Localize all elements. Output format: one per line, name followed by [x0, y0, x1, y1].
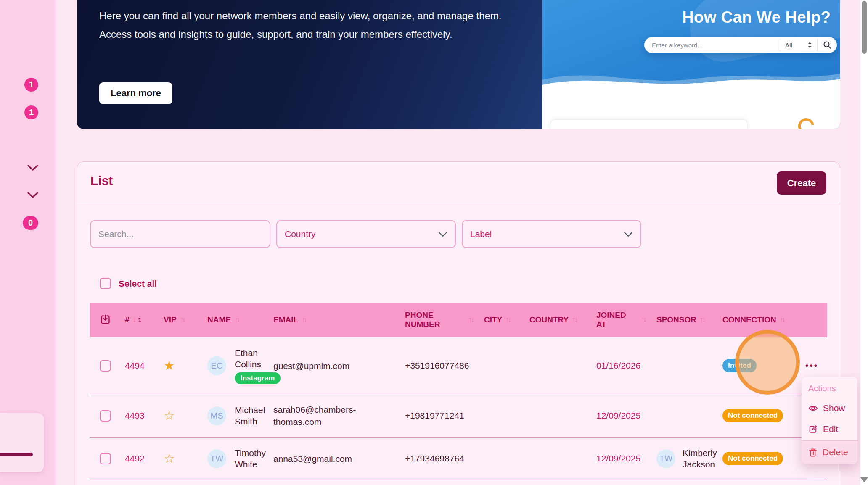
column-header-sponsor[interactable]: SPONSOR ↑↓ [651, 315, 717, 324]
scrollbar-thumb[interactable] [862, 1, 867, 54]
up-down-caret-icon [807, 42, 812, 48]
menu-item-delete[interactable]: Delete [802, 441, 857, 464]
create-button[interactable]: Create [777, 171, 826, 195]
pencil-icon [808, 424, 818, 434]
intro-banner: Here you can find all your network membe… [77, 0, 840, 129]
row-checkbox[interactable] [100, 410, 111, 422]
sidebar: 1 1 0 [0, 0, 56, 485]
vip-star-icon[interactable]: ★ [164, 358, 175, 372]
banner-text-panel: Here you can find all your network membe… [77, 0, 542, 129]
column-header-country[interactable]: COUNTRY ↑↓ [524, 315, 591, 324]
sort-arrows-icon: ↑↓ [468, 316, 473, 324]
sidebar-notification-badge[interactable]: 1 [24, 105, 38, 119]
social-label-badge: Instagram [235, 372, 281, 384]
row-checkbox[interactable] [100, 453, 111, 464]
help-scope-select[interactable]: All [780, 37, 817, 53]
column-header-email[interactable]: EMAIL ↑↓ [268, 315, 400, 324]
column-label: VIP [164, 315, 177, 324]
column-label: PHONE NUMBER [405, 311, 435, 329]
avatar: EC [207, 356, 226, 375]
row-checkbox[interactable] [100, 360, 111, 372]
scroll-down-arrow-icon[interactable] [860, 477, 868, 482]
wave-graphic [542, 63, 840, 92]
row-cell-select [90, 453, 120, 464]
export-button[interactable] [90, 314, 120, 325]
row-cell-connection: Invited [717, 359, 800, 372]
sort-arrows-icon: ↑↓ [641, 316, 646, 324]
row-cell-name: MS Michael Smith [197, 404, 268, 427]
member-phone: +17934698764 [400, 453, 479, 464]
connection-status-badge: Invited [722, 359, 757, 372]
avatar: TW [207, 449, 226, 468]
column-label: EMAIL [273, 315, 298, 324]
row-id-link[interactable]: 4493 [120, 411, 159, 421]
member-joined-at: 01/16/2026 [591, 361, 651, 371]
column-header-joined-at[interactable]: JOINED AT ↑↓ [591, 311, 651, 329]
sidebar-notification-badge[interactable]: 1 [24, 78, 38, 92]
country-filter-select[interactable]: Country [276, 220, 456, 248]
row-actions-button[interactable]: ••• [800, 364, 827, 368]
menu-item-label: Delete [823, 447, 848, 457]
member-name: Timothy White [235, 447, 268, 470]
column-header-connection[interactable]: CONNECTION ↑↓ [717, 315, 800, 324]
row-cell-select [90, 410, 120, 422]
help-keyword-input[interactable] [644, 37, 780, 53]
menu-item-show[interactable]: Show [802, 398, 857, 419]
search-field-wrapper [90, 220, 270, 248]
vip-star-icon[interactable]: ☆ [164, 451, 175, 465]
column-header-name[interactable]: NAME ↑↓ [197, 315, 268, 324]
sidebar-notification-badge[interactable]: 0 [23, 216, 38, 230]
select-all-checkbox[interactable] [100, 278, 111, 289]
table-body: 4494 ★ EC Ethan Collins Instagram guest@… [90, 337, 827, 480]
page-title: List [90, 174, 113, 188]
divider [77, 204, 840, 204]
row-cell-connection: Not connected [717, 452, 800, 465]
member-sponsor: TW Kimberly Jackson [651, 447, 717, 470]
row-cell-select [90, 360, 120, 372]
table-header: # ↓1 VIP ↑↓ NAME ↑↓ EMAIL ↑↓ PHONE NUMBE… [90, 303, 827, 337]
help-title: How Can We Help? [682, 8, 831, 26]
menu-item-edit[interactable]: Edit [802, 419, 857, 440]
row-id-link[interactable]: 4494 [120, 361, 159, 371]
actions-menu-title: Actions [802, 381, 857, 398]
sort-desc-icon: ↓ [133, 315, 137, 324]
learn-more-button[interactable]: Learn more [99, 82, 172, 104]
row-cell-connection: Not connected [717, 409, 800, 422]
sort-arrows-icon: ↑↓ [780, 316, 784, 324]
column-label: # [125, 315, 130, 324]
eye-icon [808, 403, 818, 413]
column-header-phone[interactable]: PHONE NUMBER ↑↓ [400, 311, 479, 329]
banner-line-2: Access tools and insights to guide, supp… [99, 25, 526, 44]
members-list-card: List Create Country Label Select all # [77, 161, 840, 485]
banner-description: Here you can find all your network membe… [99, 7, 526, 44]
connection-status-badge: Not connected [722, 452, 783, 465]
column-label: CITY [484, 315, 502, 324]
sponsor-name: Kimberly Jackson [683, 447, 717, 470]
row-id-link[interactable]: 4492 [120, 453, 159, 464]
member-phone: +19819771241 [400, 411, 479, 421]
column-header-city[interactable]: CITY ↑↓ [479, 315, 524, 324]
avatar: TW [656, 449, 675, 468]
help-search-bar[interactable]: All [644, 37, 837, 53]
chevron-down-icon[interactable] [27, 192, 39, 198]
menu-item-label: Show [823, 403, 845, 413]
help-center-preview: How Can We Help? All [542, 0, 840, 129]
scrollbar-track[interactable] [860, 0, 868, 485]
row-cell-name: EC Ethan Collins Instagram [197, 347, 268, 384]
chevron-down-icon[interactable] [27, 164, 39, 171]
sort-arrows-icon: ↑↓ [234, 316, 239, 324]
label-filter-label: Label [470, 229, 492, 239]
vip-star-icon[interactable]: ☆ [164, 409, 175, 422]
chevron-down-icon [438, 232, 447, 237]
search-input[interactable] [91, 229, 270, 239]
country-filter-label: Country [285, 229, 316, 239]
column-header-vip[interactable]: VIP ↑↓ [159, 315, 197, 324]
help-search-button[interactable] [818, 37, 837, 53]
select-all-label: Select all [119, 279, 157, 289]
trash-icon [808, 448, 818, 457]
connection-status-badge: Not connected [722, 409, 783, 422]
help-scope-value: All [785, 42, 792, 49]
label-filter-select[interactable]: Label [462, 220, 641, 248]
download-icon [100, 314, 111, 325]
column-header-id[interactable]: # ↓1 [120, 315, 159, 324]
